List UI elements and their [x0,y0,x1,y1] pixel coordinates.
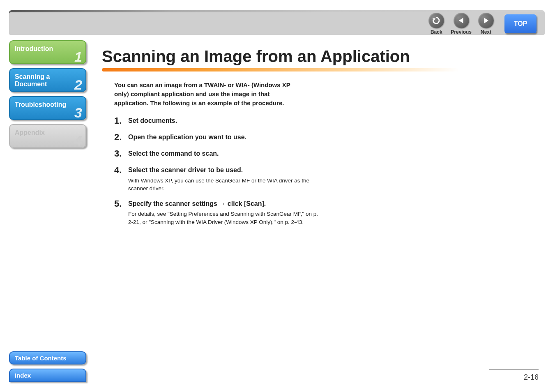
step-title: Set documents. [128,116,320,125]
step-title: Open the application you want to use. [128,133,320,142]
top-nav: Back Previous Next TOP [428,12,537,35]
svg-marker-2 [484,18,489,23]
sidebar-item-number: 4 [74,133,82,149]
step-title: Select the command to scan. [128,149,320,158]
previous-icon [454,13,469,28]
step-number: 2. [114,132,128,143]
step-1: 1. Set documents. [114,115,320,126]
step-title: Select the scanner driver to be used. [128,166,320,175]
sidebar-item-label: Introduction [15,45,53,52]
step-body: Set documents. [128,115,320,126]
sidebar-item-number: 3 [74,105,82,121]
next-button[interactable]: Next [478,13,494,35]
index-button[interactable]: Index [9,369,86,382]
step-title: Specify the scanner settings → click [Sc… [128,199,320,208]
sidebar-item-label: Scanning a Document [15,73,50,88]
sidebar-item-number: 1 [74,49,82,65]
back-button[interactable]: Back [428,13,444,35]
steps-list: 1. Set documents. 2. Open the applicatio… [114,115,320,226]
page-title: Scanning an Image from an Application [102,47,539,66]
step-body: Select the scanner driver to be used. Wi… [128,165,320,193]
sidebar-item-introduction[interactable]: Introduction 1 [9,40,86,64]
step-number: 4. [114,165,128,193]
step-4: 4. Select the scanner driver to be used.… [114,165,320,193]
toc-button[interactable]: Table of Contents [9,351,86,364]
step-detail: For details, see "Setting Preferences an… [128,210,320,226]
toc-label: Table of Contents [15,355,67,362]
back-icon [428,13,444,28]
step-body: Specify the scanner settings → click [Sc… [128,198,320,226]
next-label: Next [481,29,491,35]
back-label: Back [431,29,442,35]
page-number-rule [489,369,539,370]
step-number: 5. [114,198,128,226]
step-number: 3. [114,148,128,159]
sidebar-item-number: 2 [74,77,82,93]
sidebar-item-appendix[interactable]: Appendix 4 [9,124,86,148]
sidebar-item-scanning-document[interactable]: Scanning a Document 2 [9,68,86,92]
top-button-label: TOP [514,20,527,28]
svg-marker-1 [459,18,463,23]
next-icon [478,13,494,28]
previous-label: Previous [451,29,472,35]
header-band-inner: Back Previous Next TOP [9,12,545,35]
sidebar-item-label: Appendix [15,129,45,136]
sidebar-bottom: Table of Contents Index [9,351,86,382]
intro-text: You can scan an image from a TWAIN- or W… [114,81,303,107]
step-2: 2. Open the application you want to use. [114,132,320,143]
page-number: 2-16 [524,373,539,382]
step-number: 1. [114,115,128,126]
index-label: Index [15,372,31,379]
step-body: Open the application you want to use. [128,132,320,143]
main-content: Scanning an Image from an Application Yo… [102,47,539,232]
step-body: Select the command to scan. [128,148,320,159]
sidebar: Introduction 1 Scanning a Document 2 Tro… [9,40,86,152]
header-band: Back Previous Next TOP [9,10,545,35]
sidebar-item-label: Troubleshooting [15,101,66,108]
previous-button[interactable]: Previous [451,13,472,35]
top-button[interactable]: TOP [504,14,537,33]
step-detail: With Windows XP, you can use the ScanGea… [128,177,320,193]
sidebar-item-troubleshooting[interactable]: Troubleshooting 3 [9,96,86,120]
step-3: 3. Select the command to scan. [114,148,320,159]
title-rule [102,68,459,71]
step-5: 5. Specify the scanner settings → click … [114,198,320,226]
